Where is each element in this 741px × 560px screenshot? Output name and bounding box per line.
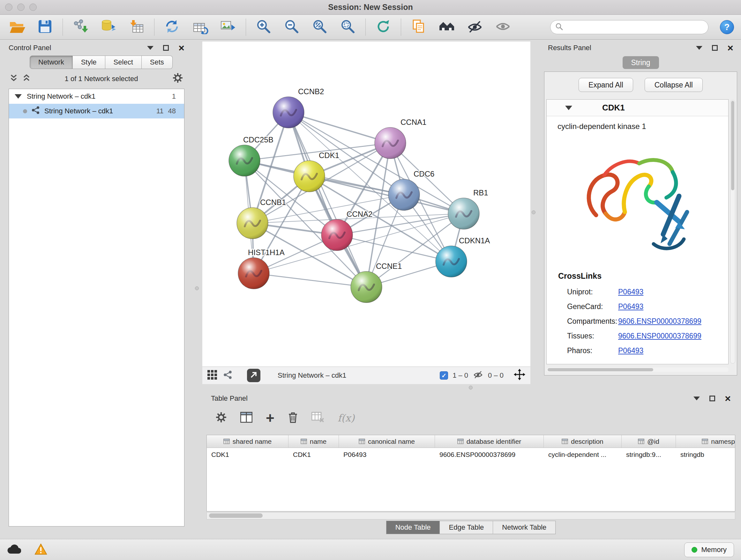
tab-select[interactable]: Select	[105, 56, 142, 69]
table-horizontal-scrollbar[interactable]	[206, 512, 735, 519]
tab-sets[interactable]: Sets	[142, 56, 173, 69]
gear-icon[interactable]	[172, 72, 183, 85]
function-builder-icon[interactable]: f(x)	[338, 412, 354, 424]
horizontal-splitter-handle[interactable]	[469, 386, 473, 389]
search-input[interactable]	[566, 23, 704, 31]
column-header-id[interactable]: @id	[622, 435, 676, 448]
hide-charts-button[interactable]	[462, 17, 487, 38]
collapse-section-icon[interactable]	[565, 106, 572, 110]
network-node-ccnb2[interactable]: CCNB2	[273, 87, 324, 128]
help-button[interactable]	[720, 20, 734, 34]
table-type-tabs: Node Table Edge Table Network Table	[386, 521, 556, 534]
zoom-in-button[interactable]	[251, 17, 276, 38]
import-table-file-button[interactable]	[124, 17, 149, 38]
network-node-ccne1[interactable]: CCNE1	[351, 262, 402, 303]
protein-card-header[interactable]: CDK1	[547, 100, 728, 116]
panel-menu-icon[interactable]	[696, 46, 702, 50]
pharos-link[interactable]: P06493	[618, 347, 643, 355]
network-collection-row[interactable]: String Network – cdk1 1	[9, 89, 184, 104]
new-table-button[interactable]	[188, 17, 212, 38]
panel-close-icon[interactable]	[725, 393, 731, 404]
tab-string[interactable]: String	[623, 56, 659, 69]
panel-menu-icon[interactable]	[693, 396, 700, 400]
tab-network-table[interactable]: Network Table	[493, 521, 556, 534]
close-window-button[interactable]	[5, 3, 12, 11]
compartments-link[interactable]: 9606.ENSP00000378699	[618, 317, 701, 326]
network-node-cdk1[interactable]: CDK1	[293, 151, 339, 192]
home-button[interactable]	[434, 17, 459, 38]
show-view-button[interactable]	[490, 17, 515, 38]
collapse-all-button[interactable]: Collapse All	[645, 78, 703, 92]
panel-menu-icon[interactable]	[147, 46, 153, 50]
vertical-splitter-handle[interactable]	[195, 287, 199, 290]
toolbar-separator	[154, 18, 154, 36]
expand-all-button[interactable]: Expand All	[579, 78, 633, 92]
tab-style[interactable]: Style	[73, 56, 105, 69]
collapse-all-networks-icon[interactable]	[10, 74, 17, 84]
collection-expand-icon[interactable]	[15, 94, 22, 99]
tab-network[interactable]: Network	[30, 56, 73, 69]
move-crosshair-icon[interactable]	[514, 369, 525, 382]
open-session-button[interactable]	[4, 17, 29, 38]
birdseye-grid-icon[interactable]	[207, 370, 217, 381]
zoom-fit-button[interactable]	[307, 17, 332, 38]
new-network-button[interactable]	[159, 17, 185, 38]
network-canvas[interactable]: CCNB2CCNA1CDC25BCDK1CDC6RB1CCNB1CCNA2CDK…	[202, 42, 530, 367]
tab-node-table[interactable]: Node Table	[386, 521, 440, 534]
network-node-ccna1[interactable]: CCNA1	[375, 118, 426, 159]
eye-slash-icon	[467, 19, 483, 36]
protein-name: CDK1	[602, 103, 625, 113]
column-header-name[interactable]: name	[288, 435, 339, 448]
scrollbar-thumb[interactable]	[731, 101, 734, 190]
zoom-selected-button[interactable]	[335, 17, 360, 38]
column-header-namespace[interactable]: namespace	[676, 435, 735, 448]
network-share-icon[interactable]	[223, 370, 232, 381]
export-image-button[interactable]	[216, 17, 241, 38]
table-settings-gear-icon[interactable]	[215, 412, 227, 424]
save-session-button[interactable]	[32, 17, 57, 38]
network-row-selected[interactable]: String Network – cdk1 11 48	[9, 104, 184, 118]
tissues-link[interactable]: 9606.ENSP00000378699	[618, 332, 701, 340]
results-vertical-scrollbar[interactable]	[730, 100, 735, 364]
panel-close-icon[interactable]	[179, 43, 185, 53]
minimize-window-button[interactable]	[17, 3, 24, 11]
export-network-button[interactable]	[247, 369, 260, 382]
selected-checkbox-icon[interactable]	[440, 371, 448, 380]
network-selection-row: 1 of 1 Network selected	[4, 71, 189, 86]
column-header-shared-name[interactable]: shared name	[207, 435, 288, 448]
import-network-file-button[interactable]	[68, 17, 93, 38]
panel-close-icon[interactable]	[727, 43, 733, 53]
scrollbar-thumb[interactable]	[548, 368, 653, 371]
cloud-icon[interactable]	[7, 544, 21, 556]
column-header-canonical-name[interactable]: canonical name	[339, 435, 435, 448]
memory-button[interactable]: Memory	[684, 543, 734, 557]
network-node-cdkn1a[interactable]: CDKN1A	[435, 236, 490, 277]
panel-float-icon[interactable]	[712, 45, 718, 51]
uniprot-link[interactable]: P06493	[618, 288, 643, 296]
table-row[interactable]: CDK1 CDK1 P06493 9606.ENSP00000378699 cy…	[207, 448, 735, 461]
hidden-eye-slash-icon[interactable]	[473, 370, 483, 381]
add-column-plus-icon[interactable]: +	[266, 411, 274, 425]
zoom-out-button[interactable]	[279, 17, 304, 38]
show-columns-icon[interactable]	[240, 412, 253, 424]
genecard-link[interactable]: P06493	[618, 302, 643, 311]
panel-float-icon[interactable]	[163, 45, 169, 51]
column-header-database-identifier[interactable]: database identifier	[435, 435, 544, 448]
results-horizontal-scrollbar[interactable]	[546, 368, 729, 372]
copy-button[interactable]	[406, 17, 431, 38]
vertical-splitter-handle[interactable]	[532, 210, 536, 214]
expand-all-networks-icon[interactable]	[23, 74, 30, 84]
refresh-button[interactable]	[371, 17, 396, 38]
tab-edge-table[interactable]: Edge Table	[440, 521, 493, 534]
network-node-rb1[interactable]: RB1	[448, 188, 488, 229]
network-node-hist1h1a[interactable]: HIST1H1A	[238, 248, 285, 289]
scrollbar-thumb[interactable]	[209, 513, 263, 518]
delete-column-trash-icon[interactable]	[288, 412, 298, 424]
column-header-description[interactable]: description	[544, 435, 622, 448]
network-node-cdc25b[interactable]: CDC25B	[229, 135, 273, 176]
zoom-window-button[interactable]	[29, 3, 37, 11]
delete-table-icon[interactable]	[312, 412, 324, 424]
panel-float-icon[interactable]	[710, 395, 715, 401]
warning-icon[interactable]	[35, 543, 47, 556]
import-network-database-button[interactable]	[96, 17, 121, 38]
